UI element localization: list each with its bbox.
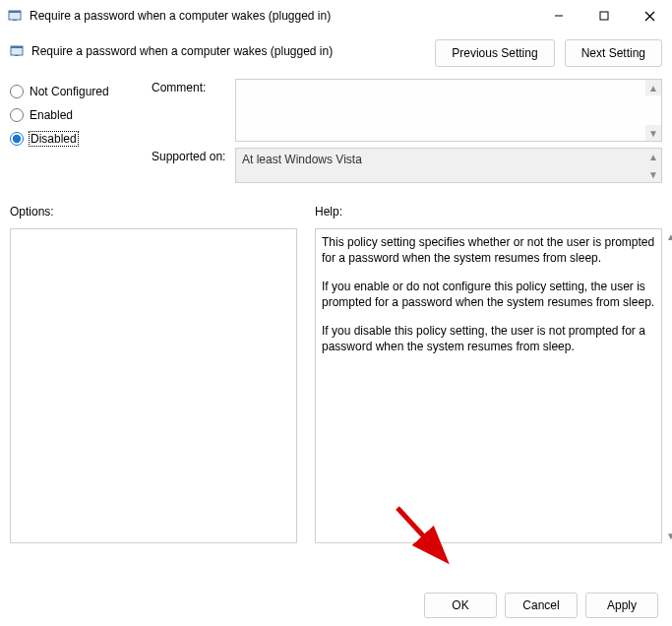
options-label: Options: (10, 205, 297, 219)
help-paragraph-2: If you enable or do not configure this p… (322, 280, 655, 310)
maximize-button[interactable] (581, 0, 627, 31)
close-button[interactable] (627, 0, 672, 31)
supported-on-label: Supported on: (152, 148, 235, 183)
previous-setting-button[interactable]: Previous Setting (435, 39, 554, 67)
help-paragraph-3: If you disable this policy setting, the … (322, 324, 655, 354)
radio-not-configured-label: Not Configured (30, 85, 109, 98)
radio-enabled[interactable]: Enabled (10, 108, 138, 122)
svg-rect-9 (15, 55, 19, 56)
policy-title: Require a password when a computer wakes… (31, 44, 333, 58)
options-panel (10, 228, 297, 543)
svg-rect-8 (11, 46, 23, 48)
scroll-down-icon[interactable]: ▼ (645, 125, 661, 141)
svg-rect-1 (9, 11, 21, 13)
svg-rect-2 (13, 20, 17, 21)
help-panel: This policy setting specifies whether or… (315, 228, 662, 543)
next-setting-button[interactable]: Next Setting (565, 39, 662, 67)
help-paragraph-1: This policy setting specifies whether or… (322, 235, 655, 266)
scroll-down-icon[interactable]: ▼ (663, 528, 672, 543)
scroll-down-icon[interactable]: ▼ (645, 166, 661, 182)
radio-enabled-label: Enabled (30, 108, 73, 122)
help-label: Help: (315, 205, 662, 219)
window-title: Require a password when a computer wakes… (30, 9, 536, 23)
policy-icon (10, 43, 26, 59)
scroll-up-icon[interactable]: ▲ (645, 149, 661, 164)
policy-window-icon (8, 8, 24, 24)
radio-disabled-label: Disabled (30, 132, 78, 146)
svg-rect-4 (600, 12, 608, 20)
apply-button[interactable]: Apply (585, 593, 658, 618)
policy-header: Require a password when a computer wakes… (10, 31, 662, 79)
state-radio-group: Not Configured Enabled Disabled (10, 79, 138, 189)
cancel-button[interactable]: Cancel (505, 593, 578, 618)
comment-field[interactable]: ▲ ▼ (235, 79, 662, 142)
titlebar: Require a password when a computer wakes… (0, 0, 672, 31)
comment-label: Comment: (152, 79, 235, 142)
minimize-button[interactable] (536, 0, 581, 31)
scroll-up-icon[interactable]: ▲ (645, 80, 661, 95)
supported-on-field: At least Windows Vista ▲ ▼ (235, 148, 662, 183)
dialog-button-bar: OK Cancel Apply (424, 593, 658, 618)
radio-not-configured[interactable]: Not Configured (10, 85, 138, 98)
ok-button[interactable]: OK (424, 593, 497, 618)
radio-disabled[interactable]: Disabled (10, 132, 138, 146)
radio-disabled-input[interactable] (10, 132, 24, 146)
radio-enabled-input[interactable] (10, 108, 24, 122)
supported-on-value: At least Windows Vista (242, 153, 362, 166)
scroll-up-icon[interactable]: ▲ (663, 228, 672, 244)
radio-not-configured-input[interactable] (10, 85, 24, 98)
